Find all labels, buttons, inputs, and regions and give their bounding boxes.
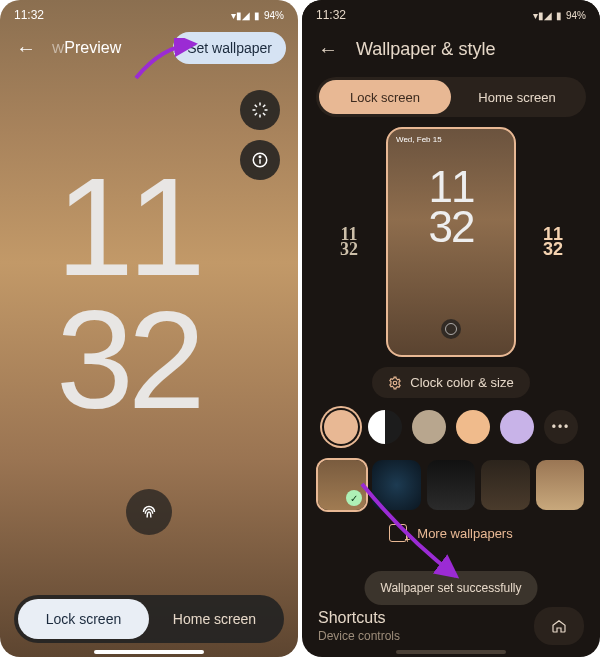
clock-minutes: 32: [56, 293, 200, 426]
swatch-2[interactable]: [368, 410, 402, 444]
tab-home-screen[interactable]: Home screen: [149, 599, 280, 639]
status-icons: ▾▮◢ ▮ 94%: [533, 10, 586, 21]
clock-color-size-label: Clock color & size: [410, 375, 513, 390]
preview-tabs: Lock screen Home screen: [14, 595, 284, 643]
status-bar: 11:32 ▾▮◢ ▮ 94%: [302, 0, 600, 26]
page-title: Wallpaper & style: [356, 39, 495, 60]
more-colors-button[interactable]: •••: [544, 410, 578, 444]
more-wallpapers-button[interactable]: More wallpapers: [302, 516, 600, 546]
lock-clock: 11 32: [56, 160, 200, 426]
status-icons: ▾▮◢ ▮ 94%: [231, 10, 284, 21]
clock-color-size-button[interactable]: Clock color & size: [372, 367, 529, 398]
gesture-handle[interactable]: [396, 650, 506, 654]
home-icon: [551, 618, 567, 634]
tab-home-screen[interactable]: Home screen: [451, 80, 583, 114]
gesture-handle[interactable]: [94, 650, 204, 654]
back-icon[interactable]: ←: [314, 34, 342, 65]
svg-point-2: [259, 156, 261, 158]
check-icon: ✓: [346, 490, 362, 506]
swatch-4[interactable]: [456, 410, 490, 444]
swatch-5[interactable]: [500, 410, 534, 444]
status-bar: 11:32 ▾▮◢ ▮ 94%: [0, 0, 298, 26]
clock-style-row: 11 32 Wed, Feb 15 1132 11 32: [308, 127, 594, 357]
info-button[interactable]: [240, 140, 280, 180]
wallpaper-thumb-3[interactable]: [427, 460, 475, 510]
swatch-3[interactable]: [412, 410, 446, 444]
phone-wallpaper-style-screen: 11:32 ▾▮◢ ▮ 94% ← Wallpaper & style Lock…: [302, 0, 600, 657]
effects-button[interactable]: [240, 90, 280, 130]
wallpaper-thumb-1[interactable]: ✓: [318, 460, 366, 510]
home-shortcut-button[interactable]: [534, 607, 584, 645]
info-icon: [251, 151, 269, 169]
swatch-1[interactable]: [324, 410, 358, 444]
battery-icon: ▮: [254, 10, 260, 21]
shortcuts-section[interactable]: Shortcuts Device controls: [318, 607, 584, 645]
sparkle-icon: [251, 101, 269, 119]
wifi-icon: ▾▮◢: [533, 10, 552, 21]
shortcuts-title: Shortcuts: [318, 609, 400, 627]
wifi-icon: ▾▮◢: [231, 10, 250, 21]
wallpaper-thumb-4[interactable]: [481, 460, 529, 510]
fingerprint-icon: [441, 319, 461, 339]
wallpaper-thumbs: ✓: [302, 454, 600, 516]
battery-percent: 94%: [566, 10, 586, 21]
shortcuts-sub: Device controls: [318, 629, 400, 643]
fingerprint-button[interactable]: [126, 489, 172, 535]
shortcuts-text: Shortcuts Device controls: [318, 609, 400, 643]
lock-screen-preview[interactable]: Wed, Feb 15 1132: [386, 127, 516, 357]
screen-tabs: Lock screen Home screen: [316, 77, 586, 117]
style-topbar: ← Wallpaper & style: [302, 26, 600, 73]
wallpaper-thumb-2[interactable]: [372, 460, 420, 510]
set-wallpaper-button[interactable]: Set wallpaper: [173, 32, 286, 64]
battery-icon: ▮: [556, 10, 562, 21]
back-icon[interactable]: ←: [12, 33, 40, 64]
fingerprint-icon: [138, 501, 160, 523]
preview-topbar: ← WPreview Set wallpaper: [0, 26, 298, 70]
preview-date: Wed, Feb 15: [396, 135, 442, 144]
phone-preview-screen: 11:32 ▾▮◢ ▮ 94% ← WPreview Set wallpaper…: [0, 0, 298, 657]
gear-icon: [388, 376, 402, 390]
more-wallpapers-label: More wallpapers: [417, 526, 512, 541]
clock-style-option-2[interactable]: 11 32: [530, 212, 576, 272]
status-time: 11:32: [316, 8, 346, 22]
preview-clock: 1132: [429, 167, 474, 246]
status-time: 11:32: [14, 8, 44, 22]
toast-message: Wallpaper set successfully: [365, 571, 538, 605]
svg-point-3: [394, 381, 398, 385]
page-title: WPreview: [52, 39, 161, 57]
clock-hours: 11: [56, 160, 200, 293]
battery-percent: 94%: [264, 10, 284, 21]
wallpaper-thumb-5[interactable]: [536, 460, 584, 510]
tab-lock-screen[interactable]: Lock screen: [319, 80, 451, 114]
add-wallpaper-icon: [389, 524, 407, 542]
color-swatches: •••: [302, 406, 600, 454]
clock-style-option-1[interactable]: 11 32: [326, 212, 372, 272]
tab-lock-screen[interactable]: Lock screen: [18, 599, 149, 639]
